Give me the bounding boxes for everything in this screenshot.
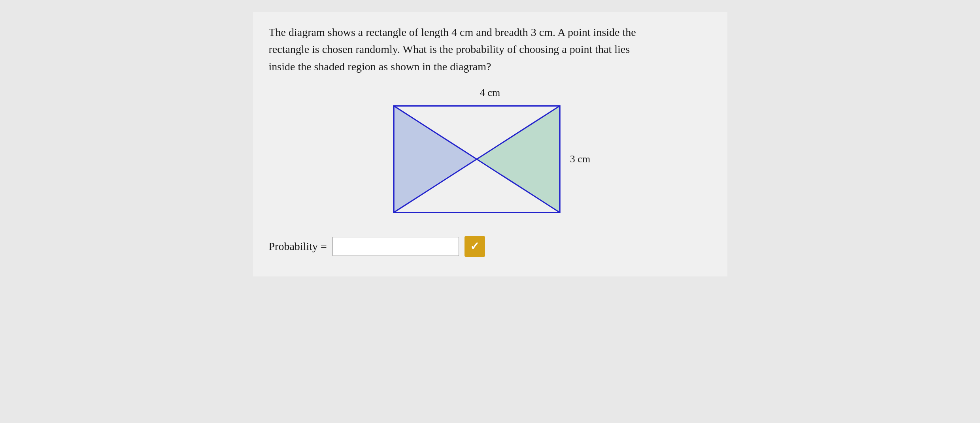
dimension-label-top: 4 cm (480, 87, 500, 99)
probability-input[interactable] (332, 237, 459, 256)
answer-row: Probability = ✓ (269, 236, 712, 257)
svg-marker-1 (477, 106, 560, 212)
diagram-row: 3 cm (390, 102, 590, 216)
question-line3: inside the shaded region as shown in the… (269, 58, 712, 75)
question-line2: rectangle is chosen randomly. What is th… (269, 41, 712, 58)
svg-marker-0 (394, 106, 477, 212)
dimension-label-right: 3 cm (570, 153, 590, 165)
diagram-container: 4 cm 3 cm (269, 87, 712, 216)
rectangle-diagram (390, 102, 564, 216)
page-container: The diagram shows a rectangle of length … (253, 12, 727, 276)
check-button[interactable]: ✓ (465, 236, 485, 257)
probability-label: Probability = (269, 240, 327, 253)
check-icon: ✓ (470, 241, 479, 252)
question-line1: The diagram shows a rectangle of length … (269, 24, 712, 41)
question-text: The diagram shows a rectangle of length … (269, 24, 712, 75)
